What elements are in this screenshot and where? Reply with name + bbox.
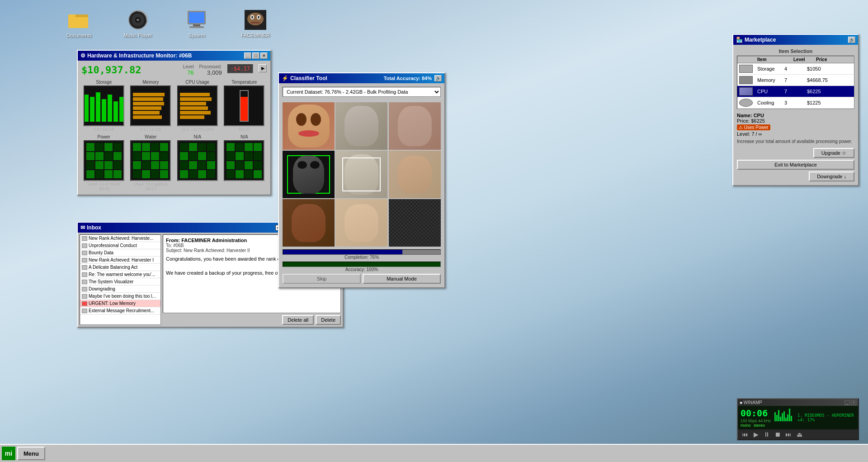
mp-eject-btn[interactable]: ⏏ — [795, 431, 804, 438]
accuracy-bar-container — [283, 262, 441, 267]
taskbar-logo: mi — [2, 447, 15, 460]
hw-top-grid: Storage 4.8 / 16 GB Memory — [81, 80, 267, 132]
exit-marketplace-button[interactable]: Exit to Marketplace — [737, 160, 854, 170]
marketplace-sound-btn[interactable]: 🔊 — [848, 37, 855, 43]
delete-button[interactable]: Delete — [316, 315, 341, 325]
downgrade-button[interactable]: Downgrade ↓ — [809, 171, 854, 181]
inbox-item-5[interactable]: A Delicate Balancing Act — [80, 264, 160, 271]
hw-temp-monitor — [224, 86, 264, 126]
classifier-actions: Skip Manual Mode — [283, 274, 441, 284]
face-grid: A — [283, 102, 441, 247]
marketplace-row-storage[interactable]: Storage 4 $1050 — [737, 63, 854, 75]
hw-temp-cell: Temperature 811°C — [222, 80, 267, 132]
svg-rect-2 — [68, 14, 75, 18]
hw-cpu-monitor — [177, 86, 218, 126]
hw-power-value: Used: 14.47 MWh-$0.00 — [88, 182, 120, 191]
marketplace-row-cpu[interactable]: CPU 7 $6225 — [737, 86, 854, 97]
hw-maximize-btn[interactable]: □ — [252, 52, 259, 59]
hw-memory-monitor — [130, 86, 171, 126]
mail-icon-9 — [82, 294, 87, 299]
hw-monitor-window: ⚙ Hardware & Infrastructure Monitor: #06… — [77, 50, 271, 195]
hw-balance-value: $10,937.82 — [81, 64, 141, 76]
hw-na1-monitor — [177, 140, 218, 181]
inbox-item-3[interactable]: Bounty Data — [80, 249, 160, 257]
marketplace-titlebar: 🏪 Marketplace 🔊 — [733, 35, 858, 45]
classifier-title-text: ⚡ Classifier Tool — [282, 75, 327, 81]
hw-close-btn[interactable]: × — [260, 52, 268, 59]
hw-monitor-icon: ⚙ — [80, 52, 85, 59]
hw-water-monitor — [130, 140, 171, 181]
hw-temp-value: 811°C — [239, 127, 250, 132]
inbox-actions: Delete all Delete — [163, 315, 341, 325]
marketplace-title-text: 🏪 Marketplace — [736, 37, 776, 43]
inbox-item-4[interactable]: New Rank Achieved: Harvester I — [80, 257, 160, 264]
desktop-icon-system[interactable]: System — [181, 9, 212, 38]
mp-prev-btn[interactable]: ⏮ — [741, 431, 750, 438]
cpu-item-icon — [739, 87, 753, 95]
completion-bar-fill — [283, 250, 402, 254]
temp-fill — [241, 97, 248, 121]
delete-all-button[interactable]: Delete all — [282, 315, 314, 325]
upgrade-button[interactable]: Upgrade ☆ — [813, 148, 854, 158]
hw-memory-value: 9.2 / 16 GB — [140, 127, 161, 132]
mp-minimize-btn[interactable]: _ — [844, 400, 850, 405]
hw-delta-value: -$4.17 — [227, 64, 253, 73]
item-price: Price: $6225 — [737, 118, 854, 124]
classifier-content: Current Dataset: 76.76% - 2.42GB - Bulk … — [279, 83, 444, 287]
mp-pause-btn[interactable]: ⏸ — [762, 431, 771, 438]
face-cell-7 — [283, 199, 335, 247]
cooling-item-icon — [739, 99, 753, 107]
desktop-icon-faceminer[interactable]: FACEMINER — [240, 9, 271, 38]
hw-power-monitor — [84, 140, 124, 181]
documents-icon — [68, 9, 90, 31]
inbox-item-11[interactable]: External Message Recruitment... — [80, 307, 160, 314]
item-name: Name: CPU — [737, 113, 854, 118]
inbox-item-1[interactable]: New Rank Achieved: Harveste... — [80, 235, 160, 242]
face-cell-6 — [389, 151, 441, 198]
classifier-icon: ⚡ — [282, 75, 288, 81]
hw-balance: $10,937.82 — [81, 64, 141, 76]
svg-point-16 — [258, 16, 259, 19]
inbox-item-2[interactable]: Unprofessional Conduct — [80, 242, 160, 249]
manual-mode-button[interactable]: Manual Mode — [363, 274, 441, 284]
system-icon — [186, 9, 208, 31]
memory-item-icon — [739, 76, 753, 84]
music-visualizer — [774, 408, 792, 421]
inbox-item-6[interactable]: Re: The warmest welcome you'... — [80, 271, 160, 278]
mail-icon-6 — [82, 272, 87, 277]
svg-point-6 — [137, 19, 139, 21]
marketplace-row-cooling[interactable]: Cooling 3 $1225 — [737, 97, 854, 109]
hw-processed-stat: Processed: 3,009 — [199, 64, 222, 76]
desktop-icon-documents[interactable]: Documents — [63, 9, 95, 38]
hw-na2-cell: N/A — [222, 134, 267, 191]
classifier-sound-btn[interactable]: 🔊 — [434, 75, 442, 81]
mp-play-btn[interactable]: ▶ — [751, 431, 760, 438]
inbox-message-list[interactable]: New Rank Achieved: Harveste... Unprofess… — [80, 234, 161, 325]
inbox-item-urgent[interactable]: URGENT: Low Memory — [80, 300, 160, 307]
hw-scroll-btn[interactable]: ▶ — [259, 64, 267, 72]
music-bitrate: 192 kbps 44 kHz — [741, 419, 771, 423]
face-cell-1: A — [283, 102, 335, 150]
documents-label: Documents — [66, 33, 92, 38]
item-description: Increase your total amount of available … — [737, 138, 854, 144]
marketplace-row-memory[interactable]: Memory 7 $4668.75 — [737, 75, 854, 86]
skip-button[interactable]: Skip — [283, 274, 361, 284]
inbox-item-7[interactable]: The System Visualizer — [80, 278, 160, 286]
accuracy-bar-fill — [283, 262, 440, 267]
music-player-titlebar: ■ WINAMP _ × — [738, 399, 858, 406]
hw-minimize-btn[interactable]: _ — [244, 52, 251, 59]
hw-monitor-titlebar: ⚙ Hardware & Infrastructure Monitor: #06… — [78, 51, 270, 61]
music-mode: mono stereo — [741, 423, 771, 428]
hw-monitor-content: $10,937.82 Level 76 Processed: 3,009 -$4… — [78, 61, 270, 195]
item-level: Level: 7 / ∞ — [737, 131, 854, 137]
mp-stop-btn[interactable]: ⏹ — [773, 431, 782, 438]
taskbar-menu-button[interactable]: Menu — [17, 447, 45, 460]
inbox-item-8[interactable]: Downgrading — [80, 286, 160, 293]
dataset-select[interactable]: Current Dataset: 76.76% - 2.42GB - Bulk … — [283, 87, 441, 97]
hw-na1-cell: N/A — [175, 134, 220, 191]
mp-next-btn[interactable]: ⏭ — [784, 431, 793, 438]
mp-close-btn[interactable]: × — [851, 400, 856, 405]
inbox-item-9[interactable]: Maybe I've been doing this too l... — [80, 293, 160, 300]
hw-memory-cell: Memory 9.2 / 16 GB — [128, 80, 174, 132]
desktop-icon-music[interactable]: Music Player — [122, 9, 154, 38]
